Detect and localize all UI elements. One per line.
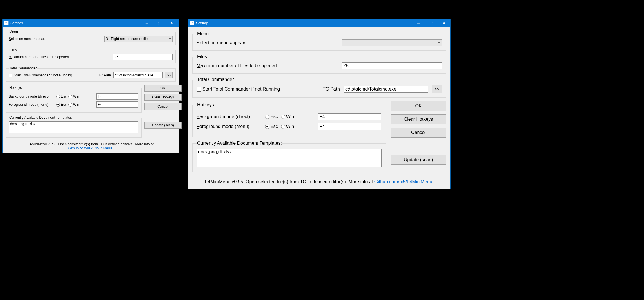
footer-text: F4MiniMenu v0.95: Open selected file(s) … [192,179,446,184]
window-controls: ━ ▢ ✕ [140,19,179,27]
radio-icon [281,125,285,129]
titlebar[interactable]: Settings ━ ▢ ✕ [188,19,450,27]
radio-icon [68,103,72,107]
background-mode-label: Background mode (direct) [9,94,55,98]
radio-icon [56,95,60,98]
cancel-button[interactable]: Cancel [144,103,182,110]
minimize-button[interactable]: ━ [412,19,425,27]
templates-group-title: Currently Available Document Templates: [197,141,282,146]
foreground-mode-label: Foreground mode (menu) [9,103,55,107]
max-files-input[interactable] [113,54,173,60]
radio-esc-label: Esc [270,124,278,129]
fg-win-radio[interactable]: Win [68,103,79,107]
ok-button[interactable]: OK [391,101,446,111]
checkbox-icon [197,87,201,92]
start-tc-label: Start Total Commander if not Running [14,73,72,77]
max-files-input[interactable] [342,62,442,69]
files-group: Files Maximum number of files to be open… [192,54,446,74]
selection-menu-dropdown[interactable]: 3 - Right next to current file [104,36,173,42]
close-button[interactable]: ✕ [438,19,450,27]
start-tc-checkbox[interactable]: Start Total Commander if not Running [9,73,72,77]
max-files-label: Maximum number of files to be opened [9,55,69,59]
start-tc-label: Start Total Commander if not Running [202,87,280,92]
close-button[interactable]: ✕ [166,19,179,27]
selection-menu-label: Selection menu appears [197,40,247,45]
radio-win-label: Win [286,114,294,119]
files-group-title: Files [197,54,208,59]
files-group-title: Files [9,48,17,52]
bg-hotkey-input[interactable] [96,93,138,100]
maximize-button: ▢ [153,19,166,27]
footer-text: F4MiniMenu v0.95: Open selected file(s) … [6,142,176,150]
total-commander-group: Total Commander Start Total Commander if… [6,66,176,82]
templates-textarea[interactable]: docx,png,rtf,xlsx [9,121,138,133]
fg-win-radio[interactable]: Win [281,124,294,129]
tc-path-input[interactable] [344,86,428,93]
bg-win-radio[interactable]: Win [281,114,294,119]
clear-hotkeys-button[interactable]: Clear Hotkeys [391,114,446,124]
app-icon [4,21,9,25]
templates-group: Currently Available Document Templates: … [6,116,142,138]
radio-esc-label: Esc [61,94,67,98]
hotkeys-group: Hotkeys Background mode (direct) Esc Win [192,102,386,137]
hotkeys-group-title: Hotkeys [197,102,215,107]
tc-group-title: Total Commander [197,77,234,82]
fg-esc-radio[interactable]: Esc [56,103,67,107]
fg-hotkey-input[interactable] [318,123,381,130]
settings-window-small: Settings ━ ▢ ✕ Menu Selection menu appea… [2,19,179,153]
titlebar[interactable]: Settings ━ ▢ ✕ [3,19,179,27]
radio-icon [281,115,285,119]
github-link[interactable]: Github.com/hi5/F4MiniMenu [374,179,432,184]
window-title: Settings [196,21,412,25]
menu-group: Menu Selection menu appears [192,31,446,51]
bg-esc-radio[interactable]: Esc [265,114,278,119]
clear-hotkeys-button[interactable]: Clear Hotkeys [144,94,182,101]
checkbox-icon [9,74,12,77]
files-group: Files Maximum number of files to be open… [6,48,176,63]
radio-icon [265,125,269,129]
ok-button[interactable]: OK [144,85,182,92]
fg-esc-radio[interactable]: Esc [265,124,278,129]
update-scan-button[interactable]: Update (scan) [391,155,446,165]
menu-group-title: Menu [9,30,19,34]
window-controls: ━ ▢ ✕ [412,19,450,27]
tc-path-browse-button[interactable]: >> [165,72,173,78]
update-scan-button[interactable]: Update (scan) [144,122,182,129]
maximize-button: ▢ [425,19,438,27]
minimize-button[interactable]: ━ [140,19,153,27]
total-commander-group: Total Commander Start Total Commander if… [192,77,446,98]
radio-win-label: Win [286,124,294,129]
foreground-mode-label: Foreground mode (menu) [197,124,263,129]
hotkeys-group-title: Hotkeys [9,86,22,90]
app-icon [190,21,194,25]
radio-esc-label: Esc [61,103,67,107]
radio-esc-label: Esc [270,114,278,119]
window-title: Settings [10,21,140,25]
radio-win-label: Win [73,94,79,98]
tc-path-label: TC Path [323,87,340,92]
radio-icon [68,95,72,98]
start-tc-checkbox[interactable]: Start Total Commander if not Running [197,87,280,92]
menu-group: Menu Selection menu appears 3 - Right ne… [6,30,176,45]
tc-group-title: Total Commander [9,66,37,70]
selection-menu-dropdown[interactable] [342,39,442,46]
templates-textarea[interactable]: docx,png,rtf,xlsx [197,149,382,167]
selection-menu-label: Selection menu appears [9,37,46,41]
bg-hotkey-input[interactable] [318,113,381,120]
github-link[interactable]: Github.com/hi5/F4MiniMenu [68,146,112,150]
fg-hotkey-input[interactable] [96,101,138,108]
background-mode-label: Background mode (direct) [197,114,263,119]
tc-path-browse-button[interactable]: >> [432,85,442,93]
templates-group: Currently Available Document Templates: … [192,141,386,172]
hotkeys-group: Hotkeys Background mode (direct) Esc Win [6,86,142,113]
radio-win-label: Win [73,103,79,107]
templates-group-title: Currently Available Document Templates: [9,116,73,120]
tc-path-label: TC Path [98,73,111,77]
tc-path-input[interactable] [113,72,163,78]
bg-win-radio[interactable]: Win [68,94,79,98]
bg-esc-radio[interactable]: Esc [56,94,67,98]
max-files-label: Maximum number of files to be opened [197,63,277,68]
radio-icon [56,103,60,107]
settings-window-large: Settings ━ ▢ ✕ Menu Selection menu appea… [188,19,451,189]
cancel-button[interactable]: Cancel [391,128,446,138]
